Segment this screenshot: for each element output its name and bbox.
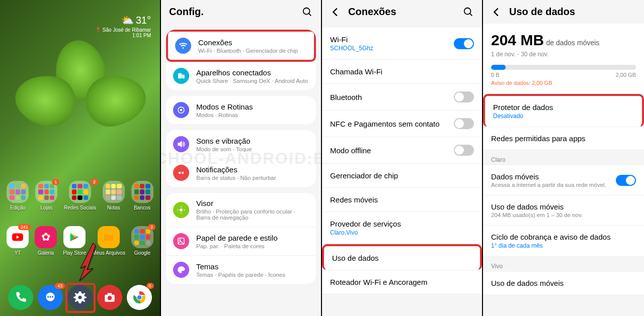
weather-temp: 31° <box>136 15 151 26</box>
item-subtitle: SCHOOL_5Ghz <box>330 45 373 52</box>
folder-row-1: Edição1Lojas2Redes SociaisNotasBancos <box>0 181 160 210</box>
app-icon: ✿ <box>35 226 57 248</box>
item-title: Aparelhos conectados <box>196 68 309 77</box>
app-folder[interactable]: ✿Galeria <box>35 226 57 256</box>
item-title: Sons e vibração <box>196 137 309 145</box>
settings-item[interactable]: Modos e RotinasModos · Rotinas <box>166 96 316 124</box>
home-screen: ⛅ 31° 📍 São José de Ribamar 1:01 PM Ediç… <box>0 0 161 316</box>
routines-icon <box>173 102 189 118</box>
svg-point-20 <box>182 172 184 174</box>
item-title: Wi-Fi <box>330 35 373 44</box>
folder-label: Lojas <box>40 205 52 210</box>
data-usage-item[interactable]: Uso de dados móveis204 MB usado(s) em 1 … <box>483 195 644 226</box>
connection-item[interactable]: Uso de dados <box>322 244 482 270</box>
badge: 43 <box>55 283 65 289</box>
item-subtitle: Acessa a internet a partir da sua rede m… <box>491 182 616 188</box>
svg-point-19 <box>179 172 181 174</box>
settings-item[interactable]: NotificaçõesBarra de status · Não pertur… <box>166 159 316 187</box>
folder-icon <box>7 181 29 203</box>
badge: 2 <box>148 224 155 230</box>
back-icon[interactable] <box>491 7 502 18</box>
connection-item[interactable]: NFC e Pagamentos sem contato <box>322 111 482 137</box>
connection-item[interactable]: Bluetooth <box>322 84 482 111</box>
app-folder[interactable]: 1Lojas <box>35 181 57 210</box>
data-usage-title: Uso de dados <box>509 6 575 18</box>
dock-phone-icon[interactable] <box>8 285 33 310</box>
app-folder[interactable]: Notas <box>103 181 125 210</box>
data-usage-item[interactable]: Protetor de dadosDesativado <box>483 94 644 127</box>
badge: 1 <box>52 179 59 185</box>
settings-item[interactable]: Papel de parede e estiloPap. par. · Pale… <box>166 227 316 256</box>
settings-item[interactable]: VisorBrilho · Proteção para conforto ocu… <box>166 193 316 227</box>
item-title: Dados móveis <box>491 172 616 181</box>
connection-item[interactable]: Redes móveis <box>322 188 482 212</box>
data-usage-item[interactable]: Dados móveisAcessa a internet a partir d… <box>483 165 644 195</box>
app-folder[interactable]: Bancos <box>131 181 153 210</box>
svg-point-7 <box>107 296 112 300</box>
item-subtitle: 204 MB usado(s) em 1 – 30 de nov. <box>491 212 636 218</box>
data-usage-item[interactable]: Ciclo de cobrança e aviso de dados1° dia… <box>483 226 644 257</box>
folder-label: Bancos <box>134 205 150 210</box>
item-subtitle: Modo de som · Toque <box>196 146 309 152</box>
red-arrow-annotation <box>70 241 101 286</box>
settings-item[interactable]: Sons e vibraçãoModo de som · Toque <box>166 130 316 159</box>
svg-rect-15 <box>178 73 182 79</box>
data-usage-header: Uso de dados <box>483 0 644 24</box>
item-subtitle: Wi-Fi · Bluetooth · Gerenciador de chip <box>198 48 307 54</box>
clover-graphic <box>20 40 141 161</box>
item-title: Bluetooth <box>330 93 362 101</box>
settings-data-usage: Uso de dados 204 MB de dados móveis 1 de… <box>483 0 644 316</box>
usage-period: 1 de nov. - 30 de nov. <box>491 51 636 58</box>
app-folder[interactable]: 2Redes Sociais <box>64 181 96 210</box>
folder-icon <box>69 181 91 203</box>
toggle-switch[interactable] <box>454 38 474 49</box>
data-usage-item[interactable]: Uso de dados móveis <box>483 272 644 295</box>
connection-item[interactable]: Chamada Wi-Fi <box>322 60 482 84</box>
notif-icon <box>173 165 189 181</box>
item-title: Provedor de serviços <box>330 220 401 228</box>
item-subtitle: Barra de status · Não perturbar <box>196 175 309 181</box>
folder-label: Edição <box>10 205 26 210</box>
item-subtitle: Claro,Vivo <box>330 229 401 236</box>
folder-label: Google <box>134 250 150 256</box>
settings-card: VisorBrilho · Proteção para conforto ocu… <box>166 193 316 284</box>
back-icon[interactable] <box>330 7 341 18</box>
settings-item[interactable]: TemasTemas · Papéis de parede · Ícones <box>166 256 316 284</box>
connection-item[interactable]: Wi-FiSCHOOL_5Ghz <box>322 28 482 60</box>
app-folder[interactable]: Edição <box>7 181 29 210</box>
item-title: Uso de dados móveis <box>491 202 636 211</box>
settings-connections: Conexões Wi-FiSCHOOL_5GhzChamada Wi-FiBl… <box>322 0 483 316</box>
connection-item[interactable]: Roteador Wi-Fi e Ancoragem <box>322 270 482 294</box>
item-subtitle: Brilho · Proteção para conforto ocular ·… <box>196 208 309 221</box>
toggle-switch[interactable] <box>616 175 636 186</box>
toggle-switch[interactable] <box>454 145 474 156</box>
item-title: Roteador Wi-Fi e Ancoragem <box>330 278 427 286</box>
app-folder[interactable]: 241YT <box>7 226 29 256</box>
app-folder[interactable]: 2Google <box>131 226 153 256</box>
usage-warning: Aviso de dados: 2,00 GB <box>491 80 636 86</box>
svg-point-12 <box>137 295 141 300</box>
config-header: Config. <box>161 0 321 24</box>
item-subtitle: Temas · Papéis de parede · Ícones <box>196 272 309 278</box>
toggle-switch[interactable] <box>454 118 474 129</box>
connection-item[interactable]: Gerenciador de chip <box>322 164 482 188</box>
connection-item[interactable]: Modo offline <box>322 137 482 164</box>
weather-widget[interactable]: ⛅ 31° 📍 São José de Ribamar 1:01 PM <box>95 14 151 38</box>
settings-item[interactable]: Aparelhos conectadosQuick Share · Samsun… <box>166 62 316 90</box>
search-icon[interactable] <box>463 7 474 18</box>
toggle-switch[interactable] <box>454 91 474 102</box>
svg-line-14 <box>309 13 311 16</box>
item-subtitle: Pap. par. · Paleta de cores <box>196 243 309 249</box>
display-icon <box>173 202 189 218</box>
item-subtitle: 1° dia de cada mês <box>491 242 636 249</box>
wallpaper-clover: ⛅ 31° 📍 São José de Ribamar 1:01 PM Ediç… <box>0 0 160 316</box>
wifi-icon <box>175 38 191 54</box>
dock-camera-icon[interactable] <box>97 285 122 310</box>
svg-rect-16 <box>182 75 185 79</box>
data-usage-item[interactable]: Redes permitidas para apps <box>483 127 644 150</box>
folder-label: Redes Sociais <box>64 205 96 210</box>
connection-item[interactable]: Provedor de serviçosClaro,Vivo <box>322 212 482 244</box>
settings-card: Sons e vibraçãoModo de som · ToqueNotifi… <box>166 130 316 187</box>
search-icon[interactable] <box>302 7 313 18</box>
settings-item[interactable]: ConexõesWi-Fi · Bluetooth · Gerenciador … <box>166 30 316 62</box>
